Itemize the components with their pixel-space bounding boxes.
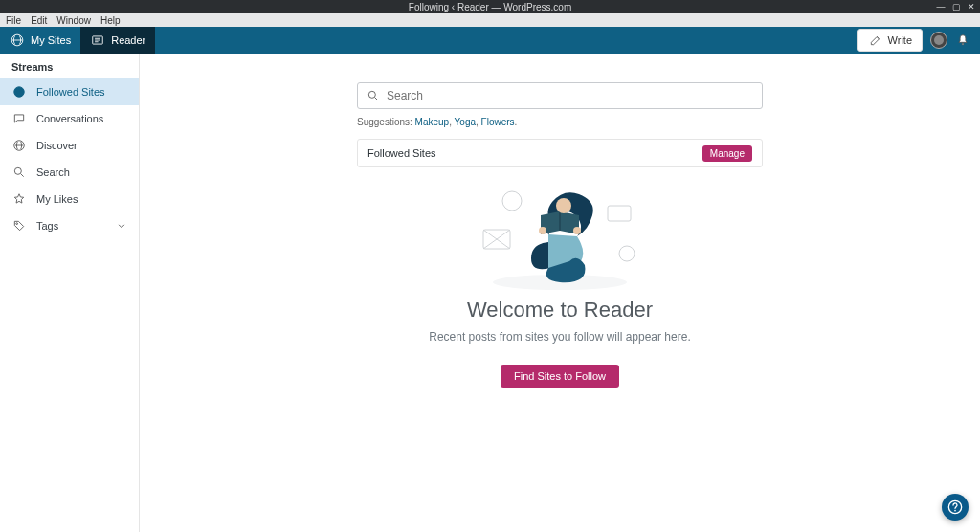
svg-point-11 [368, 91, 375, 98]
masterbar-reader-label: Reader [111, 34, 145, 46]
window-title: Following ‹ Reader — WordPress.com [409, 2, 571, 12]
write-button[interactable]: Write [858, 29, 923, 52]
svg-point-8 [14, 167, 21, 174]
menu-help[interactable]: Help [100, 15, 121, 26]
chat-icon [11, 111, 27, 126]
help-fab[interactable] [942, 494, 969, 521]
compose-icon [868, 33, 883, 48]
suggestion-link[interactable]: Flowers [481, 117, 515, 127]
sidebar-item-label: Search [36, 166, 70, 178]
find-sites-button[interactable]: Find Sites to Follow [501, 365, 619, 388]
avatar[interactable] [930, 32, 947, 49]
minimize-icon[interactable]: — [936, 2, 946, 11]
search-input[interactable] [387, 89, 754, 102]
reader-icon [90, 33, 105, 48]
sidebar-item-label: Tags [36, 220, 58, 232]
suggestion-link[interactable]: Makeup [415, 117, 450, 127]
svg-point-19 [539, 227, 546, 234]
reader-illustration [464, 177, 656, 292]
suggestions-label: Suggestions: [357, 117, 412, 127]
menu-file[interactable]: File [6, 15, 21, 26]
sidebar-item-label: Conversations [36, 113, 103, 124]
svg-rect-15 [608, 206, 631, 221]
sidebar-item-my-likes[interactable]: My Likes [0, 186, 139, 212]
svg-point-5 [962, 43, 964, 45]
hero-empty-state: Welcome to Reader Recent posts from site… [357, 177, 763, 388]
check-circle-icon [11, 84, 27, 100]
svg-point-10 [16, 223, 18, 225]
search-box[interactable] [357, 82, 763, 109]
menu-window[interactable]: Window [56, 15, 91, 26]
svg-point-23 [954, 510, 956, 512]
suggestions: Suggestions: Makeup, Yoga, Flowers. [357, 117, 763, 127]
tag-icon [11, 218, 27, 233]
sidebar-item-search[interactable]: Search [0, 159, 139, 186]
wp-icon [11, 138, 27, 153]
star-icon [11, 191, 27, 207]
sidebar-item-label: Followed Sites [36, 86, 105, 98]
bell-icon[interactable] [955, 33, 970, 48]
sidebar-item-label: My Likes [36, 193, 78, 205]
svg-point-17 [619, 246, 635, 261]
svg-line-9 [21, 174, 24, 177]
search-icon [11, 165, 27, 180]
sidebar: Streams Followed Sites Conversations Dis… [0, 54, 140, 532]
close-icon[interactable]: ✕ [967, 2, 976, 11]
wp-logo-icon [10, 33, 25, 48]
app-menubar: File Edit Window Help [0, 13, 980, 27]
svg-point-21 [556, 198, 571, 213]
masterbar-reader[interactable]: Reader [80, 27, 155, 54]
svg-point-20 [573, 227, 581, 234]
svg-point-16 [502, 191, 522, 211]
os-title-bar: Following ‹ Reader — WordPress.com — ▢ ✕ [0, 0, 980, 13]
suggestion-link[interactable]: Yoga [455, 117, 476, 127]
hero-title: Welcome to Reader [467, 298, 653, 322]
sidebar-item-tags[interactable]: Tags [0, 212, 139, 239]
masterbar-my-sites-label: My Sites [31, 34, 71, 46]
followed-sites-title: Followed Sites [368, 147, 436, 159]
sidebar-item-discover[interactable]: Discover [0, 132, 139, 159]
sidebar-header: Streams [0, 54, 139, 78]
svg-line-12 [375, 98, 378, 100]
masterbar: My Sites Reader Write [0, 27, 980, 54]
main-content: Suggestions: Makeup, Yoga, Flowers. Foll… [140, 54, 980, 532]
hero-subtitle: Recent posts from sites you follow will … [429, 330, 690, 344]
write-button-label: Write [888, 34, 912, 46]
followed-sites-panel: Followed Sites Manage [357, 139, 763, 167]
masterbar-my-sites[interactable]: My Sites [0, 27, 80, 54]
sidebar-item-conversations[interactable]: Conversations [0, 105, 139, 132]
sidebar-item-followed-sites[interactable]: Followed Sites [0, 78, 139, 105]
manage-button[interactable]: Manage [702, 145, 752, 162]
menu-edit[interactable]: Edit [31, 15, 47, 26]
sidebar-item-label: Discover [36, 140, 78, 151]
maximize-icon[interactable]: ▢ [951, 2, 961, 11]
chevron-down-icon [114, 218, 129, 233]
search-icon [366, 88, 381, 103]
